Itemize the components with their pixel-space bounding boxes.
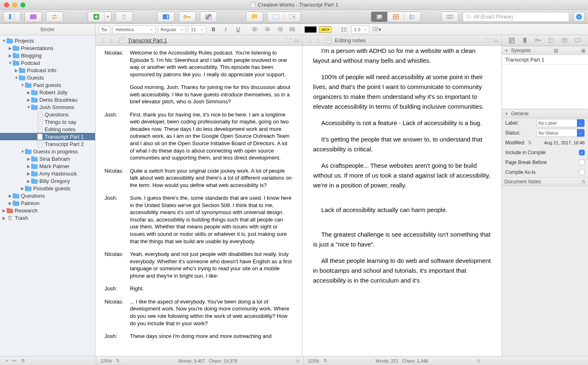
italic-button[interactable]: I xyxy=(221,25,231,34)
tree-item[interactable]: ▶Questions xyxy=(0,192,95,199)
view-document-button[interactable] xyxy=(371,12,388,22)
window-zoom-button[interactable] xyxy=(20,2,25,7)
highlight-swatch[interactable]: abc ▾ xyxy=(319,26,331,33)
inspector-tab-bookmarks[interactable] xyxy=(521,37,529,44)
tree-item[interactable]: ▼Podcast xyxy=(0,59,95,66)
disclosure-icon[interactable]: ▶ xyxy=(26,171,31,176)
prev-doc-button[interactable]: ˆ xyxy=(485,37,486,43)
tree-item[interactable]: ▶Billy Gregory xyxy=(0,177,95,185)
underline-button[interactable]: U xyxy=(233,25,243,34)
text-color-swatch[interactable] xyxy=(304,26,317,33)
tree-item[interactable]: Questions xyxy=(0,111,95,118)
editor-left-title[interactable]: Transcript Part 1 xyxy=(128,37,167,43)
binder-tree[interactable]: ▼Projects ▶Presentations ▶Blogging ▼Podc… xyxy=(0,35,95,356)
tree-item[interactable]: ▶Possible guests xyxy=(0,185,95,192)
zoom-right[interactable]: 125% xyxy=(304,358,323,363)
inspector-toggle-button[interactable]: i xyxy=(573,12,585,22)
binder-add-folder-button[interactable]: ▪+ xyxy=(12,358,16,363)
layout-binder-button[interactable] xyxy=(4,12,20,22)
status-select[interactable]: No Status⌄ xyxy=(536,129,585,137)
label-select[interactable]: No Label⌄ xyxy=(536,119,585,127)
modified-stepper[interactable]: ⇅ xyxy=(528,140,532,146)
nav-forward-button[interactable]: 〉 xyxy=(109,37,116,44)
editor-right-body[interactable]: I'm a person with ADHD so for me a websi… xyxy=(302,46,502,356)
keywords-button[interactable] xyxy=(179,12,195,22)
tree-item[interactable]: ▶Trash xyxy=(0,214,95,221)
split-none-button[interactable] xyxy=(268,12,284,22)
split-right-button[interactable] xyxy=(284,12,300,22)
disclosure-icon[interactable]: ▼ xyxy=(20,149,25,154)
tree-item[interactable]: Editing notes xyxy=(0,125,95,133)
synopsis-textarea[interactable] xyxy=(502,65,588,109)
compose-button[interactable] xyxy=(200,12,217,22)
disclosure-icon[interactable]: ▶ xyxy=(26,179,31,183)
align-left-button[interactable] xyxy=(250,25,260,34)
nav-back-button[interactable]: 〈 xyxy=(99,37,106,44)
nav-forward-button[interactable]: 〉 xyxy=(316,37,323,44)
disclosure-icon[interactable]: ▶ xyxy=(20,186,25,191)
noteview-button[interactable] xyxy=(158,12,174,22)
font-family-select[interactable]: Helvetica xyxy=(113,25,155,34)
disclosure-icon[interactable]: ▶ xyxy=(26,157,31,161)
tree-item[interactable]: Transcript Part 1 xyxy=(0,133,95,140)
tree-item[interactable]: ▼Projects xyxy=(0,37,95,44)
align-right-button[interactable] xyxy=(275,25,285,34)
tree-item[interactable]: ▶Sina Bahram xyxy=(0,155,95,162)
list-button[interactable]: ▾ xyxy=(372,25,381,34)
binder-gear-button[interactable]: ⚙ xyxy=(21,358,25,363)
font-weight-select[interactable]: Regular xyxy=(158,25,186,34)
disclosure-icon[interactable]: ▶ xyxy=(8,53,13,58)
inspector-tab-notes[interactable] xyxy=(508,37,516,44)
document-notes-header[interactable]: Document Notes ⇅ xyxy=(502,177,588,186)
synopsis-title[interactable]: Transcript Part 1 xyxy=(502,55,588,65)
disclosure-icon[interactable]: ▶ xyxy=(8,201,13,205)
tree-item[interactable]: ▼Past guests xyxy=(0,81,95,89)
split-button[interactable]: ▭ xyxy=(294,37,299,43)
disclosure-icon[interactable]: ▶ xyxy=(2,208,7,213)
compile-asis-checkbox[interactable] xyxy=(579,169,585,175)
window-close-button[interactable] xyxy=(4,2,9,7)
align-center-button[interactable] xyxy=(263,25,272,34)
disclosure-icon[interactable]: ▼ xyxy=(2,39,7,43)
search-input[interactable]: All (Exact Phrase) xyxy=(463,12,569,22)
disclosure-icon[interactable]: ▶ xyxy=(8,194,13,198)
disclosure-icon[interactable]: ▶ xyxy=(26,164,31,169)
editor-left-body[interactable]: Nicolas:Welcome to the Accessibility Rul… xyxy=(95,46,302,356)
line-spacing-select[interactable]: 1.0 xyxy=(351,25,369,34)
target-right[interactable]: ◎ xyxy=(477,358,484,363)
tree-item[interactable]: ▶Research xyxy=(0,207,95,214)
tree-item[interactable]: ▶Blogging xyxy=(0,52,95,59)
image-icon[interactable]: ▣ xyxy=(581,48,586,53)
general-header[interactable]: ▼ General xyxy=(502,109,588,118)
disclosure-icon[interactable]: ▶ xyxy=(14,68,19,73)
add-button[interactable] xyxy=(88,12,104,22)
trash-button[interactable] xyxy=(116,12,132,22)
window-minimize-button[interactable] xyxy=(12,2,17,7)
disclosure-icon[interactable]: ▶ xyxy=(8,46,13,50)
disclosure-icon[interactable]: ▶ xyxy=(2,216,7,220)
disclosure-icon[interactable]: ▶ xyxy=(26,98,31,102)
paragraph-direction-select[interactable]: ¶a xyxy=(99,25,110,34)
disclosure-icon[interactable]: ▼ xyxy=(8,61,13,65)
tree-item[interactable]: ▶Amy Hasbrouck xyxy=(0,170,95,177)
tree-item[interactable]: ▼Josh Simmons xyxy=(0,103,95,111)
tree-item[interactable]: ▶Robert Jolly xyxy=(0,89,95,96)
tree-item[interactable]: ▶Denis Boudreau xyxy=(0,96,95,103)
synopsis-header[interactable]: ▼ Synopsis ▦ ▣ xyxy=(502,46,588,55)
add-dropdown-button[interactable]: ▼ xyxy=(104,12,111,22)
tree-item[interactable]: ▶Presentations xyxy=(0,44,95,52)
tree-item[interactable]: ▶Podcast info xyxy=(0,66,95,74)
disclosure-icon[interactable]: ▼ xyxy=(14,75,19,80)
binder-add-button[interactable]: + xyxy=(6,358,8,363)
tree-item[interactable]: ▼Guests in progress xyxy=(0,148,95,155)
inspector-tab-comments[interactable] xyxy=(574,37,582,44)
inspector-tab-keywords[interactable] xyxy=(534,37,543,44)
include-compile-checkbox[interactable]: ✓ xyxy=(579,150,585,155)
index-card-icon[interactable]: ▦ xyxy=(554,48,558,53)
nav-back-button[interactable]: 〈 xyxy=(306,37,313,44)
zoom-left[interactable]: 125% xyxy=(96,358,116,363)
tree-item[interactable]: ▶Patreon xyxy=(0,199,95,207)
tree-item[interactable]: ▼Guests xyxy=(0,74,95,81)
view-outline-button[interactable] xyxy=(404,12,420,22)
layout-switch-button[interactable] xyxy=(46,12,63,22)
